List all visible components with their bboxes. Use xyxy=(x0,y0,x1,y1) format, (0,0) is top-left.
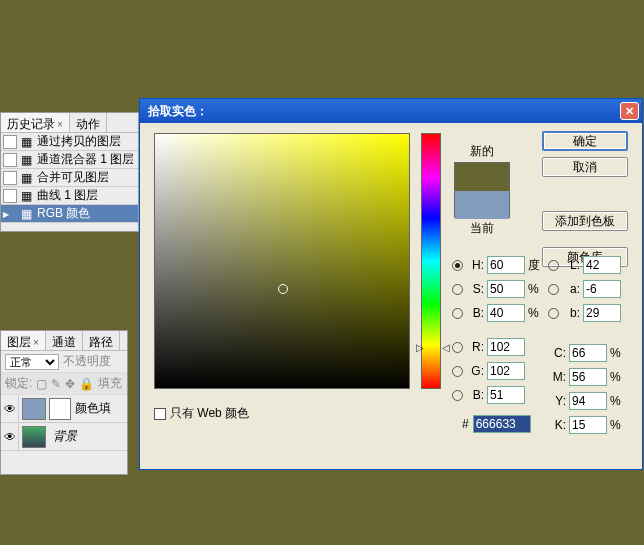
history-item[interactable]: ▦合并可见图层 xyxy=(1,169,138,187)
visibility-icon[interactable]: 👁 xyxy=(1,395,19,423)
l-input[interactable] xyxy=(583,256,621,274)
history-panel: 历史记录× 动作 ▦通过拷贝的图层 ▦通道混合器 1 图层 ▦合并可见图层 ▦曲… xyxy=(0,112,139,232)
layer-thumbnail[interactable] xyxy=(22,398,46,420)
new-label: 新的 xyxy=(454,143,510,160)
b-input[interactable] xyxy=(487,304,525,322)
radio-s[interactable] xyxy=(452,284,463,295)
saturation-value-area[interactable] xyxy=(154,133,410,389)
radio-bl[interactable] xyxy=(452,390,463,401)
layer-icon: ▦ xyxy=(19,171,33,185)
lock-row: 锁定: ▢ ✎ ✥ 🔒 填充 xyxy=(1,373,127,395)
current-color[interactable] xyxy=(455,191,509,219)
layer-mask[interactable] xyxy=(49,398,71,420)
history-item[interactable]: ▦通过拷贝的图层 xyxy=(1,133,138,151)
close-button[interactable]: ✕ xyxy=(620,102,639,120)
ok-button[interactable]: 确定 xyxy=(542,131,628,151)
layers-tabs: 图层× 通道 路径 xyxy=(1,331,127,351)
radio-r[interactable] xyxy=(452,342,463,353)
close-icon[interactable]: × xyxy=(57,119,63,130)
radio-l[interactable] xyxy=(548,260,559,271)
web-only-label: 只有 Web 颜色 xyxy=(170,405,249,422)
radio-lb[interactable] xyxy=(548,308,559,319)
hue-pointer-right: ◁ xyxy=(442,342,450,353)
new-color xyxy=(455,163,509,191)
history-item[interactable]: ▦通道混合器 1 图层 xyxy=(1,151,138,169)
web-only-checkbox[interactable] xyxy=(154,408,166,420)
radio-a[interactable] xyxy=(548,284,559,295)
visibility-icon[interactable]: 👁 xyxy=(1,423,19,451)
radio-b[interactable] xyxy=(452,308,463,319)
add-swatch-button[interactable]: 添加到色板 xyxy=(542,211,628,231)
tab-paths[interactable]: 路径 xyxy=(83,331,120,350)
sv-cursor[interactable] xyxy=(278,284,288,294)
lock-pixel-icon[interactable]: ▢ xyxy=(36,377,47,391)
lock-all-icon[interactable]: 🔒 xyxy=(79,377,94,391)
lb-input[interactable] xyxy=(583,304,621,322)
layer-thumbnail[interactable] xyxy=(22,426,46,448)
a-input[interactable] xyxy=(583,280,621,298)
k-input[interactable] xyxy=(569,416,607,434)
tab-history[interactable]: 历史记录× xyxy=(1,113,70,132)
layers-panel: 图层× 通道 路径 正常 不透明度 锁定: ▢ ✎ ✥ 🔒 填充 👁 颜色填 👁… xyxy=(0,330,128,475)
s-input[interactable] xyxy=(487,280,525,298)
history-tabs: 历史记录× 动作 xyxy=(1,113,138,133)
layer-icon: ▦ xyxy=(19,189,33,203)
h-input[interactable] xyxy=(487,256,525,274)
c-input[interactable] xyxy=(569,344,607,362)
tab-layers[interactable]: 图层× xyxy=(1,331,46,350)
bl-input[interactable] xyxy=(487,386,525,404)
lock-move-icon[interactable]: ✥ xyxy=(65,377,75,391)
rgb-icon: ▦ xyxy=(19,207,33,221)
titlebar[interactable]: 拾取实色： ✕ xyxy=(140,99,642,123)
hue-strip[interactable] xyxy=(421,133,441,389)
tab-channels[interactable]: 通道 xyxy=(46,331,83,350)
m-input[interactable] xyxy=(569,368,607,386)
layer-item[interactable]: 👁 背景 xyxy=(1,423,127,451)
layer-icon: ▦ xyxy=(19,153,33,167)
r-input[interactable] xyxy=(487,338,525,356)
dialog-title: 拾取实色： xyxy=(148,103,208,120)
y-input[interactable] xyxy=(569,392,607,410)
color-picker-dialog: 拾取实色： ✕ ▷ ◁ 新的 当前 确定 取消 添加到色板 颜色库 H:度 xyxy=(139,98,643,470)
layer-item[interactable]: 👁 颜色填 xyxy=(1,395,127,423)
color-swatch xyxy=(454,162,510,218)
g-input[interactable] xyxy=(487,362,525,380)
hue-pointer-left: ▷ xyxy=(416,342,424,353)
radio-h[interactable] xyxy=(452,260,463,271)
blend-mode-row: 正常 不透明度 xyxy=(1,351,127,373)
lock-brush-icon[interactable]: ✎ xyxy=(51,377,61,391)
hex-input[interactable] xyxy=(473,415,531,433)
radio-g[interactable] xyxy=(452,366,463,377)
layer-icon: ▦ xyxy=(19,135,33,149)
history-item-active[interactable]: ▸▦RGB 颜色 xyxy=(1,205,138,223)
opacity-label: 不透明度 xyxy=(63,353,111,370)
cancel-button[interactable]: 取消 xyxy=(542,157,628,177)
blend-mode-select[interactable]: 正常 xyxy=(5,354,59,370)
current-label: 当前 xyxy=(454,220,510,237)
history-item[interactable]: ▦曲线 1 图层 xyxy=(1,187,138,205)
tab-actions[interactable]: 动作 xyxy=(70,113,107,132)
